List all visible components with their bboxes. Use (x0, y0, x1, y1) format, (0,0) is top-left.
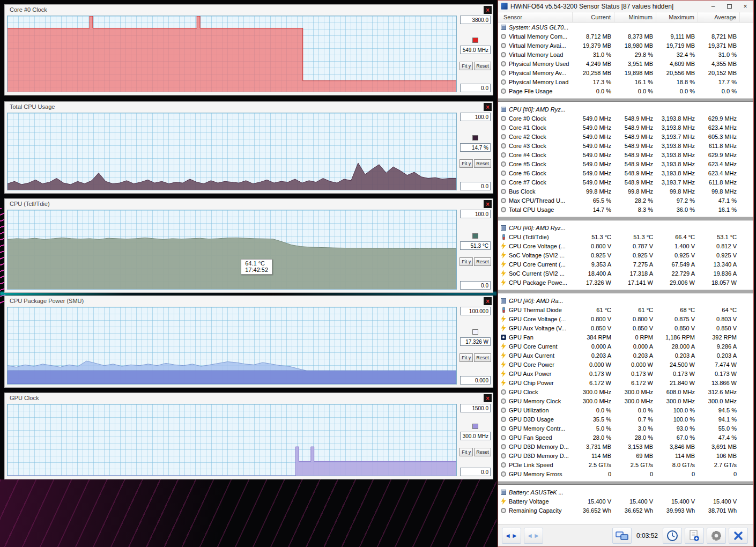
reset-button[interactable]: Reset (474, 448, 491, 456)
graph-close-button[interactable]: × (484, 297, 492, 305)
graph-plot-area[interactable]: 64.1 °C 17:42:52 (7, 210, 457, 290)
graph-plot-area[interactable] (7, 307, 457, 385)
column-header-maximum[interactable]: Maximum (656, 12, 698, 22)
remote-sync-button[interactable] (612, 528, 632, 544)
sensor-row[interactable]: Core #1 Clock549.0 MHz548.9 MHz3,193.8 M… (498, 123, 753, 132)
graph-plot-area[interactable] (7, 16, 457, 92)
sensor-row[interactable]: GPU Aux Power0.173 W0.173 W0.173 W0.173 … (498, 369, 753, 378)
graph-close-button[interactable]: × (484, 6, 492, 14)
reset-button[interactable]: Reset (474, 353, 491, 362)
column-header-minimum[interactable]: Minimum (614, 12, 656, 22)
current-value-box[interactable] (460, 337, 491, 346)
sensor-row[interactable]: Core #7 Clock549.0 MHz548.9 MHz3,193.7 M… (498, 178, 753, 187)
fit-y-button[interactable]: Fit y (459, 448, 473, 456)
exit-button[interactable] (729, 528, 748, 544)
sensor-row[interactable]: GPU D3D Memory D...3,731 MB3,153 MB3,846… (498, 442, 753, 451)
sensor-row[interactable]: CPU Package Powe...17.326 W17.141 W29.00… (498, 278, 753, 287)
sensor-row[interactable]: PCIe Link Speed2.5 GT/s2.5 GT/s8.0 GT/s2… (498, 460, 753, 469)
title-bar[interactable]: HWiNFO64 v5.54-3200 Sensor Status [87 va… (498, 1, 753, 12)
sensor-row[interactable]: GPU Thermal Diode61 °C61 °C68 °C64 °C (498, 305, 753, 314)
sensor-row[interactable]: GPU Fan Speed28.0 %28.0 %67.0 %47.4 % (498, 433, 753, 442)
minimize-button[interactable]: – (705, 1, 721, 12)
sensor-row[interactable]: GPU D3D Memory D...114 MB69 MB114 MB106 … (498, 451, 753, 460)
sensor-row[interactable]: CPU Core Voltage (...0.800 V0.787 V1.400… (498, 241, 753, 250)
sensor-row[interactable]: GPU Core Power0.000 W0.000 W24.500 W7.47… (498, 360, 753, 369)
reset-button[interactable]: Reset (474, 159, 491, 168)
close-button[interactable]: × (737, 1, 753, 12)
sensor-row[interactable]: Virtual Memory Avai...19,379 MB18,980 MB… (498, 41, 753, 50)
fit-y-button[interactable]: Fit y (459, 353, 473, 362)
sensor-row[interactable]: Virtual Memory Com...8,712 MB8,373 MB9,1… (498, 32, 753, 41)
sensor-group-header[interactable]: System: ASUS GL70... (498, 23, 753, 32)
nav-back-forward-button[interactable]: ◄► (502, 528, 521, 544)
clock-button[interactable] (663, 528, 682, 544)
sensor-row[interactable]: Battery Voltage15.400 V15.400 V15.400 V1… (498, 497, 753, 506)
sensor-row[interactable]: GPU Clock300.0 MHz300.0 MHz608.0 MHz312.… (498, 387, 753, 396)
nav-back-forward-alt-button[interactable]: ◄► (524, 528, 543, 544)
sensor-row[interactable]: Remaining Capacity36.652 Wh36.652 Wh39.9… (498, 506, 753, 515)
sensor-row[interactable]: GPU Memory Contr...5.0 %3.0 %93.0 %55.0 … (498, 424, 753, 433)
y-min-input[interactable] (460, 182, 491, 190)
sensor-row[interactable]: GPU Utilization0.0 %0.0 %100.0 %94.5 % (498, 405, 753, 415)
y-max-input[interactable] (460, 307, 491, 315)
sensor-row[interactable]: GPU Fan384 RPM0 RPM1,186 RPM392 RPM (498, 332, 753, 342)
column-header-sensor[interactable]: Sensor (498, 12, 573, 22)
settings-button[interactable] (707, 528, 726, 544)
sensor-row[interactable]: Core #5 Clock549.0 MHz548.9 MHz3,193.8 M… (498, 159, 753, 168)
sensor-row[interactable]: Core #6 Clock549.0 MHz548.9 MHz3,193.8 M… (498, 168, 753, 178)
sensor-row[interactable]: GPU D3D Usage35.5 %0.7 %100.0 %94.1 % (498, 415, 753, 424)
y-max-input[interactable] (460, 113, 491, 121)
y-min-input[interactable] (460, 281, 491, 290)
current-value-box[interactable] (460, 432, 491, 440)
sensor-row[interactable]: CPU Core Current (...9.353 A7.275 A67.54… (498, 260, 753, 269)
sensor-row[interactable]: GPU Aux Voltage (V...0.850 V0.850 V0.850… (498, 323, 753, 332)
graph-close-button[interactable]: × (484, 200, 492, 208)
sensor-group-header[interactable]: GPU [#0]: AMD Ra... (498, 296, 753, 305)
fit-y-button[interactable]: Fit y (459, 62, 473, 70)
y-min-input[interactable] (460, 468, 491, 476)
sensor-row[interactable]: Core #4 Clock549.0 MHz548.9 MHz3,193.8 M… (498, 150, 753, 159)
sensor-row[interactable]: Core #3 Clock549.0 MHz548.9 MHz3,193.8 M… (498, 141, 753, 150)
sensor-row[interactable]: Virtual Memory Load31.0 %29.8 %32.4 %31.… (498, 50, 753, 59)
sensor-row[interactable]: Page File Usage0.0 %0.0 %0.0 %0.0 % (498, 86, 753, 95)
sensor-row[interactable]: GPU Core Voltage (...0.800 V0.800 V0.875… (498, 314, 753, 323)
sensor-row[interactable]: SoC Current (SVI2 ...18.400 A17.318 A22.… (498, 269, 753, 278)
current-value-box[interactable] (460, 241, 491, 250)
y-max-input[interactable] (460, 16, 491, 24)
sensor-row[interactable]: Core #0 Clock549.0 MHz548.9 MHz3,193.8 M… (498, 114, 753, 123)
sensor-row[interactable]: GPU Chip Power6.172 W6.172 W21.840 W13.8… (498, 378, 753, 387)
graph-close-button[interactable]: × (484, 394, 492, 402)
y-max-input[interactable] (460, 404, 491, 412)
y-min-input[interactable] (460, 376, 491, 385)
column-header-average[interactable]: Average (698, 12, 740, 22)
reset-button[interactable]: Reset (474, 62, 491, 70)
y-max-input[interactable] (460, 210, 491, 218)
sensor-row[interactable]: GPU Core Current0.000 A0.000 A28.000 A9.… (498, 342, 753, 351)
y-min-input[interactable] (460, 84, 491, 92)
sensor-row[interactable]: CPU (Tctl/Tdie)51.3 °C51.3 °C66.4 °C53.1… (498, 232, 753, 241)
column-header-current[interactable]: Current (573, 12, 614, 22)
sensor-row[interactable]: Physical Memory Used4,249 MB3,951 MB4,60… (498, 59, 753, 68)
report-button[interactable] (685, 528, 704, 544)
graph-close-button[interactable]: × (484, 103, 492, 111)
sensor-group-header[interactable]: CPU [#0]: AMD Ryz... (498, 105, 753, 114)
graph-plot-area[interactable] (7, 113, 457, 190)
sensor-row[interactable]: Total CPU Usage14.7 %8.3 %36.0 %16.1 % (498, 205, 753, 214)
sensor-row[interactable]: Core #2 Clock549.0 MHz548.9 MHz3,193.7 M… (498, 132, 753, 141)
sensor-row[interactable]: Max CPU/Thread U...65.5 %28.2 %97.2 %47.… (498, 196, 753, 205)
maximize-button[interactable] (721, 1, 737, 12)
sensor-row[interactable]: Physical Memory Load17.3 %16.1 %18.8 %17… (498, 77, 753, 86)
sensor-row[interactable]: GPU Memory Errors0000 (498, 469, 753, 478)
graph-plot-area[interactable] (7, 404, 457, 476)
current-value-box[interactable] (460, 46, 491, 54)
sensor-row[interactable]: Bus Clock99.8 MHz99.8 MHz99.8 MHz99.8 MH… (498, 187, 753, 196)
reset-button[interactable]: Reset (474, 257, 491, 266)
sensor-group-header[interactable]: CPU [#0]: AMD Ryz... (498, 223, 753, 232)
sensor-row[interactable]: Physical Memory Av...20,258 MB19,898 MB2… (498, 68, 753, 77)
current-value-box[interactable] (460, 143, 491, 152)
sensor-row[interactable]: GPU Memory Clock300.0 MHz300.0 MHz300.0 … (498, 396, 753, 405)
sensor-row[interactable]: SoC Voltage (SVI2 ...0.925 V0.925 V0.925… (498, 250, 753, 260)
sensor-group-header[interactable]: Battery: ASUSTeK ... (498, 487, 753, 497)
fit-y-button[interactable]: Fit y (459, 159, 473, 168)
sensor-row[interactable]: GPU Aux Current0.203 A0.203 A0.203 A0.20… (498, 351, 753, 360)
